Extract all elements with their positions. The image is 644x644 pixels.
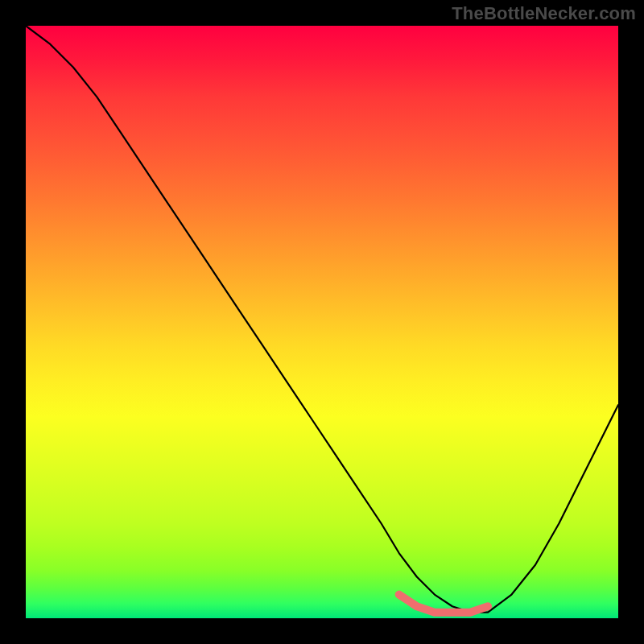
curve-svg: [26, 26, 618, 618]
chart-frame: TheBottleNecker.com: [0, 0, 644, 644]
plot-area: [26, 26, 618, 618]
pink-trough-segment: [399, 595, 488, 613]
attribution-text: TheBottleNecker.com: [452, 3, 636, 24]
black-curve: [26, 26, 618, 613]
